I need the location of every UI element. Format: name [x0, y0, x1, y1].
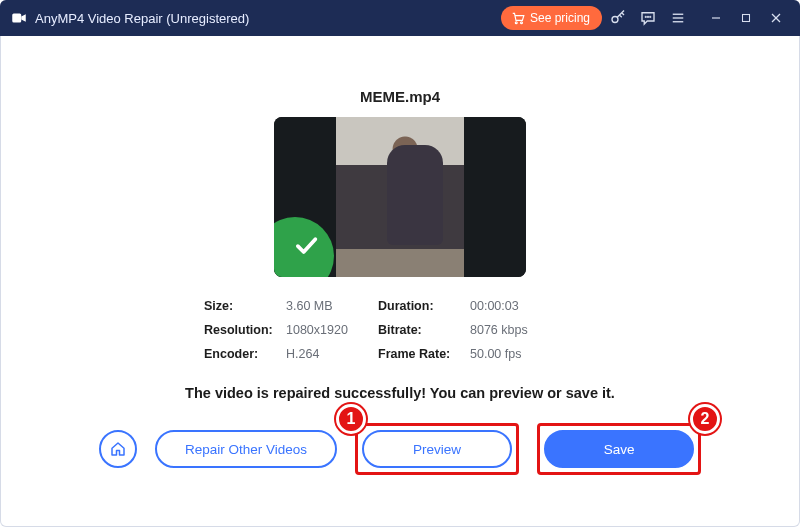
repair-other-videos-button[interactable]: Repair Other Videos — [155, 430, 337, 468]
meta-encoder-label: Encoder: — [204, 347, 286, 361]
app-window: AnyMP4 Video Repair (Unregistered) See p… — [0, 0, 800, 527]
menu-icon[interactable] — [664, 4, 692, 32]
svg-rect-0 — [12, 14, 21, 23]
home-button[interactable] — [99, 430, 137, 468]
status-message: The video is repaired successfully! You … — [30, 385, 770, 401]
meta-resolution-label: Resolution: — [204, 323, 286, 337]
video-thumbnail — [274, 117, 526, 277]
save-button[interactable]: Save — [544, 430, 694, 468]
app-logo-icon — [10, 9, 28, 27]
meta-size-value: 3.60 MB — [286, 299, 378, 313]
action-row: Repair Other Videos 1 Preview 2 Save — [30, 423, 770, 475]
svg-point-5 — [648, 17, 649, 18]
svg-point-6 — [650, 17, 651, 18]
meta-duration-value: 00:00:03 — [470, 299, 560, 313]
annotation-step-2: 2 Save — [537, 423, 701, 475]
meta-framerate-label: Frame Rate: — [378, 347, 470, 361]
svg-point-2 — [521, 22, 523, 24]
annotation-badge-2: 2 — [690, 404, 720, 434]
svg-point-4 — [645, 17, 646, 18]
annotation-step-1: 1 Preview — [355, 423, 519, 475]
see-pricing-button[interactable]: See pricing — [501, 6, 602, 30]
meta-bitrate-value: 8076 kbps — [470, 323, 560, 337]
meta-bitrate-label: Bitrate: — [378, 323, 470, 337]
see-pricing-label: See pricing — [530, 11, 590, 25]
thumbnail-frame — [336, 117, 464, 277]
svg-rect-11 — [743, 15, 750, 22]
app-title: AnyMP4 Video Repair (Unregistered) — [35, 11, 249, 26]
preview-button[interactable]: Preview — [362, 430, 512, 468]
meta-duration-label: Duration: — [378, 299, 470, 313]
feedback-icon[interactable] — [634, 4, 662, 32]
svg-point-3 — [612, 17, 618, 23]
annotation-badge-1: 1 — [336, 404, 366, 434]
minimize-button[interactable] — [702, 4, 730, 32]
svg-point-1 — [515, 22, 517, 24]
titlebar: AnyMP4 Video Repair (Unregistered) See p… — [0, 0, 800, 36]
meta-encoder-value: H.264 — [286, 347, 378, 361]
key-icon[interactable] — [604, 4, 632, 32]
meta-resolution-value: 1080x1920 — [286, 323, 378, 337]
meta-size-label: Size: — [204, 299, 286, 313]
close-button[interactable] — [762, 4, 790, 32]
maximize-button[interactable] — [732, 4, 760, 32]
file-name: MEME.mp4 — [30, 88, 770, 105]
video-metadata: Size: 3.60 MB Duration: 00:00:03 Resolut… — [204, 299, 596, 361]
thumbnail-pillar-right — [464, 117, 526, 277]
meta-framerate-value: 50.00 fps — [470, 347, 560, 361]
main-content: MEME.mp4 Size: 3.60 MB Duration: 00:00:0… — [0, 36, 800, 527]
